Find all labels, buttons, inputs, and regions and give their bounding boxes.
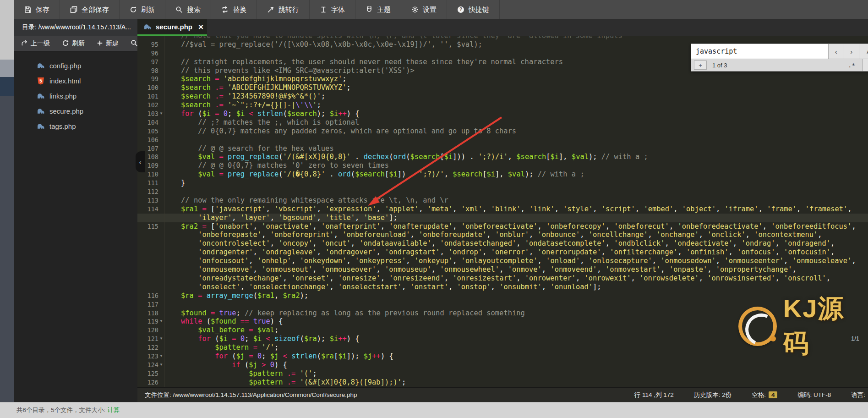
fold-marker-icon[interactable]: ▼ — [158, 352, 164, 361]
code-text: // @ @ search for the hex values — [164, 144, 334, 153]
sidebar-action-label: 刷新 — [72, 39, 85, 48]
code-text: for ($i = 0; $i < strlen($search); $i++)… — [164, 110, 360, 118]
save-label: 保存 — [36, 6, 49, 14]
line-number: 117 — [137, 300, 158, 309]
search-add-button[interactable]: + — [694, 60, 707, 70]
fold-marker-icon[interactable]: ▼ — [158, 335, 164, 343]
code-editor[interactable]: // note that you have to handle splits w… — [137, 36, 868, 387]
chevron-left-icon: ‹ — [139, 158, 142, 166]
sidebar-action-search[interactable]: 搜索 — [131, 39, 137, 48]
replace-button[interactable]: 替换 — [211, 0, 257, 19]
search-panel: ‹ › All + 1 of 3 .* Aa — [691, 44, 868, 72]
fold-marker-icon[interactable]: ▼ — [158, 317, 164, 326]
line-number: 126 — [137, 378, 158, 387]
file-location-path: /www/wwwroot/1.14.157.113/Application/Co… — [173, 391, 357, 398]
save-all-button[interactable]: 全部保存 — [60, 0, 119, 19]
search-input[interactable] — [691, 44, 828, 59]
spaces-setting[interactable]: 空格:4 — [752, 391, 777, 399]
history-versions[interactable]: 历史版本: 2份 — [694, 391, 732, 399]
shortcut-button[interactable]: ?快捷键 — [447, 0, 500, 19]
line-number: 104 — [137, 118, 158, 127]
fold-spacer — [158, 144, 164, 153]
code-line: 107 // @ @ search for the hex values — [137, 144, 868, 153]
settings-label: 设置 — [423, 6, 437, 14]
code-text: 'onreadystatechange', 'onreset', 'onresi… — [164, 274, 830, 283]
file-name: index.html — [49, 77, 81, 85]
search-all-button[interactable]: All — [859, 44, 868, 59]
save-button[interactable]: 保存 — [14, 0, 60, 19]
file-item-tags-php[interactable]: tags.php — [14, 119, 137, 134]
code-line: 'ilayer', 'layer', 'bgsound', 'title', '… — [137, 214, 868, 222]
code-text: 'onfocusout', 'onhelp', 'onkeydown', 'on… — [164, 257, 856, 265]
code-line: 'ondragenter', 'ondragleave', 'ondragove… — [137, 248, 868, 257]
fold-spacer — [158, 343, 164, 352]
theme-button[interactable]: 主题 — [355, 0, 401, 19]
page-left-strip — [0, 0, 14, 418]
settings-button[interactable]: 设置 — [401, 0, 447, 19]
font-button[interactable]: 字体 — [309, 0, 355, 19]
fold-spacer — [158, 92, 164, 101]
line-number — [137, 239, 158, 248]
fold-marker-icon[interactable]: ▼ — [158, 361, 164, 369]
fold-spacer — [158, 161, 164, 170]
code-text: $search .= 'ABCDEFGHIJKLMNOPQRSTUVWXYZ'; — [164, 83, 351, 92]
settings-icon — [411, 6, 419, 13]
code-text: 'onmousemove', 'onmouseout', 'onmouseove… — [164, 265, 797, 274]
php-file-icon — [144, 23, 152, 30]
sidebar-action-label: 上一级 — [31, 39, 50, 48]
code-text: // note that you have to handle splits w… — [164, 36, 622, 40]
file-item-config-php[interactable]: config.php — [14, 58, 137, 73]
fold-marker-icon[interactable]: ▼ — [158, 110, 164, 118]
php-file-icon — [37, 123, 45, 130]
code-text: $ra = array_merge($ra1, $ra2); — [164, 292, 308, 300]
code-line: 121▼ for ($i = 0; $i < sizeof($ra); $i++… — [137, 335, 868, 343]
tab-secure-php[interactable]: secure.php × — [137, 19, 207, 36]
calc-size-link[interactable]: 计算 — [107, 406, 120, 414]
line-number: 98 — [137, 66, 158, 75]
file-item-secure-php[interactable]: secure.php — [14, 104, 137, 119]
sidebar-action-refresh[interactable]: 刷新 — [62, 39, 85, 48]
line-number: 100 — [137, 83, 158, 92]
fold-spacer — [158, 101, 164, 110]
code-text: 'ondragenter', 'ondragleave', 'ondragove… — [164, 248, 835, 257]
php-file-icon — [37, 108, 45, 115]
php-file-icon — [37, 93, 45, 99]
code-line: 115 $ra2 = ['onabort', 'onactivate', 'on… — [137, 222, 868, 231]
file-item-index-html[interactable]: 5index.html — [14, 73, 137, 88]
code-line: 103▼ for ($i = 0; $i < strlen($search); … — [137, 110, 868, 118]
goto-line-button[interactable]: 跳转行 — [257, 0, 309, 19]
line-number: 122 — [137, 343, 158, 352]
code-line: 117 — [137, 300, 868, 309]
search-button[interactable]: 搜索 — [165, 0, 211, 19]
code-line: 124▼ if ($j > 0) { — [137, 361, 868, 369]
line-number — [137, 257, 158, 265]
sidebar-collapse-handle[interactable]: ‹ — [136, 151, 145, 172]
save-all-icon — [70, 6, 77, 13]
line-number: 121 — [137, 335, 158, 343]
search-next-button[interactable]: › — [844, 44, 859, 59]
search-match-count: 1 of 3 — [712, 62, 727, 69]
refresh-button[interactable]: 刷新 — [119, 0, 165, 19]
language-setting[interactable]: 语言: — [851, 391, 865, 399]
code-text: 'ilayer', 'layer', 'bgsound', 'title', '… — [164, 214, 398, 222]
fold-spacer — [158, 369, 164, 378]
line-number: 123 — [137, 352, 158, 361]
line-number: 125 — [137, 369, 158, 378]
code-text: $ra1 = ['javascript', 'vbscript', 'expre… — [164, 205, 856, 214]
search-case-toggle[interactable]: Aa — [863, 59, 868, 71]
sidebar-action-up-level[interactable]: 上一级 — [21, 39, 50, 48]
fold-spacer — [158, 222, 164, 231]
encoding-setting[interactable]: 编码: UTF-8 — [797, 391, 831, 399]
code-line: 123▼ for ($j = 0; $j < strlen($ra[$i]); … — [137, 352, 868, 361]
sidebar-action-plus[interactable]: 新建 — [97, 39, 119, 48]
file-item-links-php[interactable]: links.php — [14, 88, 137, 104]
search-prev-button[interactable]: ‹ — [828, 44, 844, 59]
line-number: 124 — [137, 361, 158, 369]
code-line: 112 — [137, 187, 868, 196]
directory-summary: 共6个目录，5个文件，文件大小: — [16, 406, 105, 414]
line-number: 103 — [137, 110, 158, 118]
file-sidebar: 目录: /www/wwwroot/1.14.157.113/A... 上一级刷新… — [14, 19, 137, 402]
tab-close-icon[interactable]: × — [198, 22, 203, 31]
search-regex-toggle[interactable]: .* — [848, 62, 855, 69]
cursor-position: 行 114 ,列 172 — [634, 391, 674, 399]
